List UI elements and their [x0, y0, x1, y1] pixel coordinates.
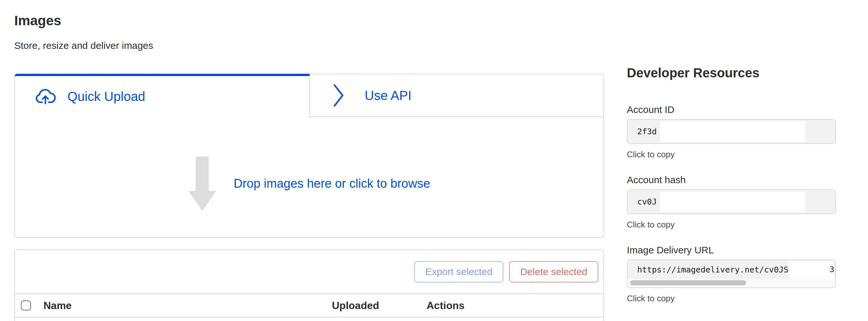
delete-selected-button[interactable]: Delete selected — [509, 261, 598, 283]
developer-resources-panel: Developer Resources Account ID 2f3d Clic… — [627, 0, 836, 321]
select-all-checkbox[interactable] — [21, 300, 31, 311]
tab-use-api[interactable]: Use API — [310, 74, 604, 117]
redaction-overlay — [660, 121, 805, 142]
upload-tabs: Quick Upload Use API — [14, 74, 604, 117]
account-hash-value: cv0J — [637, 197, 657, 207]
image-dropzone[interactable]: Drop images here or click to browse — [14, 117, 604, 238]
dropzone-label: Drop images here or click to browse — [234, 177, 430, 190]
account-hash-label: Account hash — [627, 174, 836, 186]
image-delivery-url-field: Image Delivery URL https://imagedelivery… — [627, 244, 836, 304]
image-delivery-url-value: https://imagedelivery.net/cv0JSj — [637, 265, 794, 275]
tab-use-api-label: Use API — [365, 88, 412, 103]
image-delivery-url-text-row: https://imagedelivery.net/cv0JSj 3 — [627, 260, 835, 279]
account-hash-field: Account hash cv0J Click to copy — [627, 174, 836, 230]
image-table-header: Name Uploaded Actions — [15, 293, 603, 317]
account-id-helper: Click to copy — [627, 149, 836, 159]
image-delivery-url-partial-char: 3 — [830, 265, 834, 274]
account-id-value: 2f3d — [637, 127, 657, 136]
list-actions-row: Export selected Delete selected — [15, 250, 603, 293]
page: Images Store, resize and deliver images … — [0, 0, 868, 321]
redaction-overlay — [660, 191, 805, 212]
account-hash-value-box[interactable]: cv0J — [627, 189, 836, 214]
cloud-upload-icon — [35, 89, 56, 105]
image-delivery-url-value-box[interactable]: https://imagedelivery.net/cv0JSj 3 — [627, 259, 836, 288]
column-header-name: Name — [43, 300, 332, 312]
account-id-value-box[interactable]: 2f3d — [627, 119, 836, 144]
page-title: Images — [14, 12, 604, 29]
arrow-down-icon — [188, 156, 216, 211]
horizontal-scrollbar — [627, 279, 835, 287]
images-section: Images Store, resize and deliver images … — [14, 0, 604, 321]
column-header-actions: Actions — [427, 300, 464, 312]
tab-quick-upload-label: Quick Upload — [67, 89, 145, 104]
export-selected-button[interactable]: Export selected — [414, 261, 503, 283]
chevron-right-icon — [333, 82, 345, 108]
account-id-label: Account ID — [627, 104, 836, 116]
account-id-field: Account ID 2f3d Click to copy — [627, 104, 836, 159]
redaction-overlay — [789, 261, 834, 279]
image-delivery-url-helper: Click to copy — [627, 293, 836, 304]
image-delivery-url-label: Image Delivery URL — [627, 244, 836, 256]
horizontal-scrollbar-thumb[interactable] — [630, 280, 746, 285]
account-hash-helper: Click to copy — [627, 219, 836, 230]
column-header-uploaded: Uploaded — [332, 300, 427, 312]
image-list-panel: Export selected Delete selected Name Upl… — [14, 249, 604, 321]
developer-resources-title: Developer Resources — [627, 65, 836, 81]
page-subtitle: Store, resize and deliver images — [14, 39, 604, 52]
tab-quick-upload[interactable]: Quick Upload — [14, 74, 310, 117]
